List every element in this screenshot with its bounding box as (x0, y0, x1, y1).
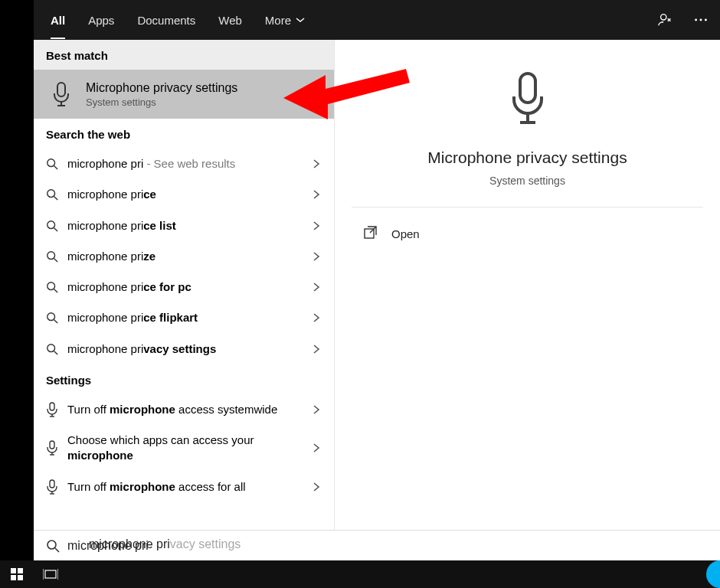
svg-line-20 (54, 351, 57, 354)
web-result-4[interactable]: microphone price for pc (34, 272, 334, 302)
svg-rect-38 (18, 568, 23, 573)
settings-result-0[interactable]: Turn off microphone access systemwide (34, 394, 334, 425)
microphone-icon (46, 79, 77, 109)
svg-rect-41 (45, 570, 56, 578)
chevron-right-icon (311, 282, 322, 292)
search-tab-bar: All Apps Documents Web More (34, 0, 720, 40)
web-result-2[interactable]: microphone price list (34, 211, 334, 241)
svg-rect-30 (520, 74, 535, 103)
best-match-title: Microphone privacy settings (86, 81, 237, 95)
svg-rect-4 (57, 83, 65, 96)
svg-point-19 (47, 344, 55, 351)
web-result-6[interactable]: microphone privacy settings (34, 334, 334, 364)
web-result-3[interactable]: microphone prize (34, 241, 334, 272)
svg-rect-27 (50, 480, 54, 488)
detail-open-action[interactable]: Open (335, 207, 720, 260)
chevron-right-icon (311, 251, 322, 262)
svg-point-13 (47, 252, 55, 260)
svg-point-17 (47, 313, 55, 321)
svg-rect-40 (18, 575, 23, 580)
tab-documents[interactable]: Documents (137, 3, 195, 38)
svg-line-12 (54, 227, 57, 230)
tab-all[interactable]: All (51, 3, 65, 39)
microphone-icon (46, 440, 67, 456)
svg-rect-37 (11, 568, 16, 573)
svg-point-3 (705, 19, 707, 21)
web-result-0[interactable]: microphone pri - See web results (34, 149, 334, 179)
svg-rect-21 (50, 403, 54, 410)
settings-result-text: Turn off microphone access systemwide (67, 402, 311, 417)
open-label: Open (391, 227, 420, 240)
detail-subtitle: System settings (367, 175, 688, 187)
svg-rect-24 (50, 441, 54, 449)
svg-point-7 (47, 159, 55, 167)
search-icon (46, 343, 67, 355)
more-options-icon[interactable] (692, 11, 709, 28)
chevron-right-icon (311, 443, 322, 453)
web-result-text: microphone price for pc (67, 279, 311, 295)
best-match-result[interactable]: Microphone privacy settings System setti… (34, 70, 334, 119)
svg-line-16 (54, 289, 57, 292)
search-icon (46, 250, 67, 263)
section-search-web: Search the web (34, 119, 334, 149)
search-icon (46, 539, 60, 553)
chevron-right-icon (311, 220, 322, 231)
taskbar (0, 560, 720, 588)
svg-point-34 (47, 541, 56, 549)
svg-line-8 (54, 166, 57, 169)
svg-line-18 (54, 320, 57, 323)
web-result-text: microphone price flipkart (67, 310, 311, 325)
web-result-text: microphone price list (67, 218, 311, 234)
chevron-down-icon (296, 15, 305, 24)
web-result-5[interactable]: microphone price flipkart (34, 302, 334, 333)
tab-web[interactable]: Web (218, 3, 242, 38)
svg-rect-39 (11, 575, 16, 580)
search-icon (46, 158, 67, 170)
chevron-right-icon (311, 482, 322, 492)
search-icon (46, 188, 67, 201)
search-icon (46, 281, 67, 293)
best-match-subtitle: System settings (86, 96, 237, 108)
settings-result-text: Turn off microphone access for all (67, 479, 311, 495)
svg-point-15 (47, 283, 55, 290)
web-result-text: microphone price (67, 187, 311, 202)
search-icon (46, 220, 67, 232)
chevron-right-icon (311, 404, 322, 415)
web-result-text: microphone pri - See web results (67, 156, 311, 172)
microphone-icon (46, 479, 67, 495)
start-button[interactable] (0, 560, 34, 588)
svg-point-9 (47, 190, 55, 198)
chevron-right-icon (311, 312, 322, 323)
section-settings: Settings (34, 364, 334, 394)
svg-point-11 (47, 220, 55, 228)
task-view-button[interactable] (34, 560, 67, 588)
tab-more[interactable]: More (265, 3, 305, 38)
search-bar[interactable]: microphone privacy settings (34, 530, 720, 560)
search-input[interactable] (67, 539, 708, 553)
svg-point-1 (695, 19, 697, 21)
detail-pane: Microphone privacy settings System setti… (335, 40, 720, 560)
web-result-1[interactable]: microphone price (34, 179, 334, 210)
web-result-text: microphone privacy settings (67, 341, 311, 357)
window-left-strip (0, 0, 34, 588)
svg-line-35 (55, 548, 59, 552)
svg-line-10 (54, 197, 57, 200)
tab-apps[interactable]: Apps (88, 3, 114, 38)
taskbar-tray-icon[interactable] (703, 560, 720, 588)
chevron-right-icon (311, 344, 322, 354)
microphone-icon (46, 402, 67, 417)
settings-result-1[interactable]: Choose which apps can access your microp… (34, 425, 334, 472)
chevron-right-icon (311, 189, 322, 200)
search-icon (46, 312, 67, 324)
results-column: Best match Microphone privacy settings S… (34, 40, 335, 560)
svg-point-2 (700, 19, 702, 21)
settings-result-2[interactable]: Turn off microphone access for all (34, 472, 334, 502)
feedback-icon[interactable] (657, 11, 674, 28)
svg-line-14 (54, 259, 57, 262)
section-best-match: Best match (34, 40, 334, 70)
chevron-right-icon (311, 158, 322, 169)
microphone-large-icon (506, 70, 549, 127)
open-icon (364, 226, 381, 241)
web-result-text: microphone prize (67, 249, 311, 264)
svg-point-0 (661, 15, 666, 20)
